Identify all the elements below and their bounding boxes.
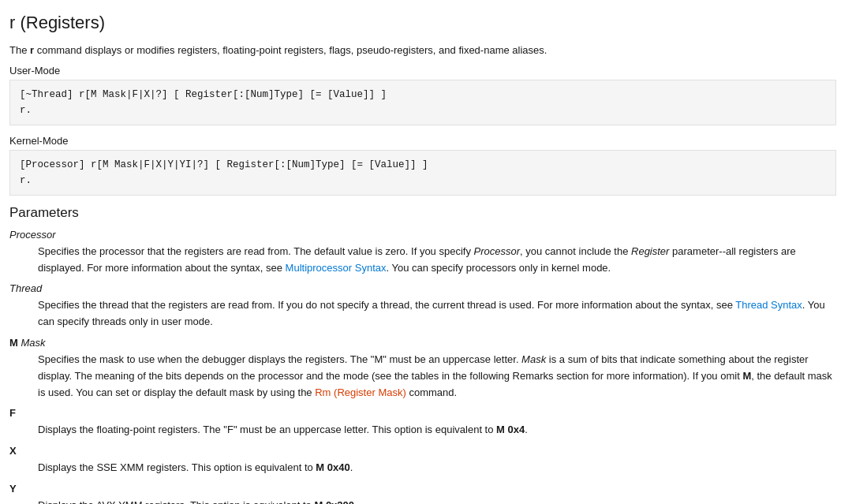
link[interactable]: Rm (Register Mask)	[315, 386, 406, 398]
param-desc: Specifies the thread that the registers …	[38, 297, 836, 330]
param-name: Thread	[9, 282, 836, 294]
kernel-mode-code-line2: r.	[20, 173, 826, 189]
page-title: r (Registers)	[9, 13, 836, 33]
user-mode-code-line1: [~Thread] r[M Mask|F|X|?] [ Register[:[N…	[20, 87, 826, 103]
parameters-container: ProcessorSpecifies the processor that th…	[9, 229, 836, 504]
param-desc: Displays the AVX YMM registers. This opt…	[38, 498, 836, 504]
kernel-mode-code-line1: [Processor] r[M Mask|F|X|Y|YI|?] [ Regis…	[20, 157, 826, 173]
param-name: F	[9, 407, 836, 419]
user-mode-code-block: [~Thread] r[M Mask|F|X|?] [ Register[:[N…	[9, 80, 836, 125]
user-mode-code-line2: r.	[20, 103, 826, 118]
link[interactable]: Multiprocessor Syntax	[286, 262, 387, 274]
user-mode-label: User-Mode	[9, 65, 836, 77]
main-content[interactable]: r (Registers) The r command displays or …	[0, 0, 852, 504]
parameters-title: Parameters	[9, 205, 836, 221]
link[interactable]: Thread Syntax	[735, 299, 802, 311]
param-desc: Specifies the mask to use when the debug…	[38, 352, 836, 401]
param-name: Y	[9, 483, 836, 495]
kernel-mode-label: Kernel-Mode	[9, 135, 836, 147]
param-name: M Mask	[9, 337, 836, 349]
kernel-mode-code-block: [Processor] r[M Mask|F|X|Y|YI|?] [ Regis…	[9, 150, 836, 196]
param-name: X	[9, 445, 836, 457]
param-name: Processor	[9, 229, 836, 241]
description: The r command displays or modifies regis…	[9, 43, 836, 58]
param-desc: Specifies the processor that the registe…	[38, 244, 836, 277]
param-desc: Displays the SSE XMM registers. This opt…	[38, 460, 836, 476]
param-desc: Displays the floating-point registers. T…	[38, 422, 836, 439]
